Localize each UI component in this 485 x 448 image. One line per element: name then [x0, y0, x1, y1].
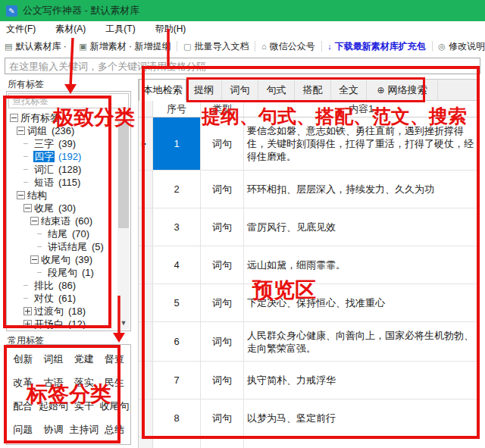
- collapse-icon[interactable]: [17, 127, 25, 135]
- table-row[interactable]: 3词句雷厉风行、见底见效: [139, 208, 480, 246]
- cell-no[interactable]: 8: [153, 399, 201, 437]
- common-tag-配合[interactable]: 配合: [13, 399, 33, 413]
- cell-type[interactable]: 词句: [201, 399, 244, 437]
- cell-type[interactable]: 词句: [201, 171, 244, 208]
- cell-no[interactable]: 7: [153, 362, 201, 399]
- common-tag-主持词[interactable]: 主持词: [69, 423, 99, 437]
- tree-item-结构[interactable]: 结构: [8, 189, 117, 202]
- toolbar-button-4[interactable]: ↓下载最新素材库扩充包: [327, 40, 426, 53]
- column-header-type[interactable]: 类型: [201, 101, 244, 117]
- cell-type[interactable]: 词句: [201, 322, 244, 361]
- menu-item-1[interactable]: 素材(A): [55, 23, 86, 36]
- common-tag-实干[interactable]: 实干: [74, 399, 94, 413]
- tree-scrollbar[interactable]: ▼: [117, 111, 130, 329]
- cell-content[interactable]: 以梦为马、坚定前行: [244, 399, 480, 437]
- tree-item-收尾[interactable]: 收尾(30): [8, 202, 117, 215]
- cell-no[interactable]: 2: [153, 171, 201, 208]
- common-tag-词组[interactable]: 词组: [43, 352, 63, 366]
- tree-item-收尾句[interactable]: 收尾句(39): [8, 253, 117, 266]
- cell-type[interactable]: 词句: [201, 208, 244, 246]
- tab-词句[interactable]: 词句: [222, 80, 258, 100]
- cell-type[interactable]: 词句: [201, 117, 244, 170]
- common-tag-改革[interactable]: 改革: [13, 376, 33, 390]
- column-header-no[interactable]: 序号: [153, 101, 201, 117]
- cell-no[interactable]: 4: [153, 246, 201, 284]
- cell-content[interactable]: 环环相扣、层层深入，持续发力、久久为功: [244, 171, 480, 208]
- expand-icon[interactable]: [23, 320, 32, 328]
- table-row[interactable]: 4词句远山如黛，细雨霏霏。: [139, 246, 480, 284]
- table-row[interactable]: 5词句下定决心、保持恒心、找准重心: [139, 284, 480, 322]
- expand-icon[interactable]: [23, 307, 32, 315]
- cell-content[interactable]: 人民群众身心健康、向善向上，国家必将生机勃勃、走向繁荣富强。: [244, 322, 480, 361]
- tree-item-label: 词组: [27, 125, 48, 136]
- cell-no[interactable]: 1: [153, 117, 201, 170]
- tree-item-过渡句[interactable]: 过渡句(18): [8, 305, 117, 318]
- table-row[interactable]: 8词句以梦为马、坚定前行: [139, 399, 480, 437]
- collapse-icon[interactable]: [23, 204, 32, 212]
- menu-item-2[interactable]: 工具(T): [105, 23, 135, 36]
- toolbar-button-2[interactable]: ▢批量导入文档: [183, 40, 249, 53]
- toolbar-button-3[interactable]: ⌂微信公众号: [261, 40, 315, 53]
- tab-网络搜索[interactable]: ⊕网络搜索: [367, 80, 438, 100]
- tree-item-短语[interactable]: 短语(115): [8, 176, 117, 189]
- common-tag-问题[interactable]: 问题: [13, 423, 33, 437]
- tree-item-词组[interactable]: 词组(236): [8, 124, 117, 137]
- tree-item-结尾[interactable]: 结尾(70): [8, 227, 117, 240]
- toolbar-button-5[interactable]: ◎修改说明: [438, 40, 485, 53]
- tree-item-讲话结尾[interactable]: 讲话结尾(5): [8, 240, 117, 253]
- collapse-icon[interactable]: [30, 217, 39, 225]
- cell-content[interactable]: 要信念如磐、意志如铁、勇往直前，遇到挫折撑得住，关键时刻顶得住，扛得了重活，打得…: [244, 117, 480, 170]
- cell-type[interactable]: 词句: [201, 246, 244, 284]
- cell-type[interactable]: 词句: [201, 362, 244, 399]
- tree-item-三字[interactable]: 三字(39): [8, 137, 117, 150]
- collapse-icon[interactable]: [30, 255, 39, 264]
- tree-item-所有标签[interactable]: 所有标签: [8, 111, 117, 124]
- tab-row: 本地检索 提纲词句句式搭配全文⊕网络搜索: [139, 79, 480, 101]
- cell-content[interactable]: 下定决心、保持恒心、找准重心: [244, 284, 480, 321]
- common-tag-民生[interactable]: 民生: [105, 376, 124, 390]
- common-tag-创新[interactable]: 创新: [13, 352, 33, 366]
- common-tag-总结[interactable]: 总结: [105, 423, 124, 437]
- table-row[interactable]: 7词句执守简朴、力戒浮华: [139, 362, 480, 399]
- scroll-down-icon[interactable]: ▼: [117, 318, 130, 329]
- cell-no[interactable]: 6: [153, 322, 201, 361]
- cell-type[interactable]: 词句: [201, 284, 244, 321]
- tree-item-排比[interactable]: 排比(86): [8, 279, 117, 292]
- common-tag-收尾句[interactable]: 收尾句: [99, 399, 129, 413]
- table-row[interactable]: ▶1词句要信念如磐、意志如铁、勇往直前，遇到挫折撑得住，关键时刻顶得住，扛得了重…: [139, 117, 480, 171]
- tree-item-四字[interactable]: 四字(192): [8, 150, 117, 163]
- tab-句式[interactable]: 句式: [258, 80, 295, 100]
- column-header-content[interactable]: 内容1: [244, 101, 480, 117]
- tag-filter-input[interactable]: [8, 93, 129, 108]
- tab-全文[interactable]: 全文: [331, 80, 367, 100]
- tree-item-结束语[interactable]: 结束语(60): [8, 215, 117, 227]
- common-tag-古语[interactable]: 古语: [43, 376, 63, 390]
- cell-content[interactable]: 雷厉风行、见底见效: [244, 208, 480, 246]
- menu-item-3[interactable]: 帮助(H): [155, 23, 186, 36]
- keyword-search-input[interactable]: [5, 58, 480, 74]
- tree-item-对仗[interactable]: 对仗(61): [8, 292, 117, 305]
- common-tag-党建[interactable]: 党建: [74, 352, 94, 366]
- tab-提纲[interactable]: 提纲: [186, 80, 222, 100]
- cell-content[interactable]: 执守简朴、力戒浮华: [244, 362, 480, 399]
- collapse-icon[interactable]: [10, 114, 18, 122]
- menu-item-0[interactable]: 文件(F): [6, 23, 36, 36]
- common-tag-督查[interactable]: 督查: [105, 352, 124, 366]
- cell-no[interactable]: 3: [153, 208, 201, 246]
- tab-local-search[interactable]: 本地检索: [139, 79, 186, 101]
- collapse-icon[interactable]: [17, 191, 25, 199]
- common-tag-落实[interactable]: 落实: [74, 376, 94, 390]
- tree-item-词汇[interactable]: 词汇(128): [8, 163, 117, 176]
- common-tag-起始句[interactable]: 起始句: [39, 399, 68, 413]
- toolbar-button-0[interactable]: ▤默认素材库 ·: [5, 40, 67, 53]
- tab-搭配[interactable]: 搭配: [295, 80, 331, 100]
- tree-item-开场白[interactable]: 开场白(12): [8, 318, 117, 329]
- cell-content[interactable]: 远山如黛，细雨霏霏。: [244, 246, 480, 284]
- toolbar-button-1[interactable]: ▣新增素材 · 新增提纲: [79, 40, 171, 53]
- tree-item-段尾句[interactable]: 段尾句(1): [8, 266, 117, 279]
- table-row[interactable]: 2词句环环相扣、层层深入，持续发力、久久为功: [139, 171, 480, 208]
- cell-no[interactable]: 5: [153, 284, 201, 321]
- scrollbar-thumb[interactable]: [118, 122, 129, 228]
- table-row[interactable]: 6词句人民群众身心健康、向善向上，国家必将生机勃勃、走向繁荣富强。: [139, 322, 480, 362]
- common-tag-协调[interactable]: 协调: [43, 423, 63, 437]
